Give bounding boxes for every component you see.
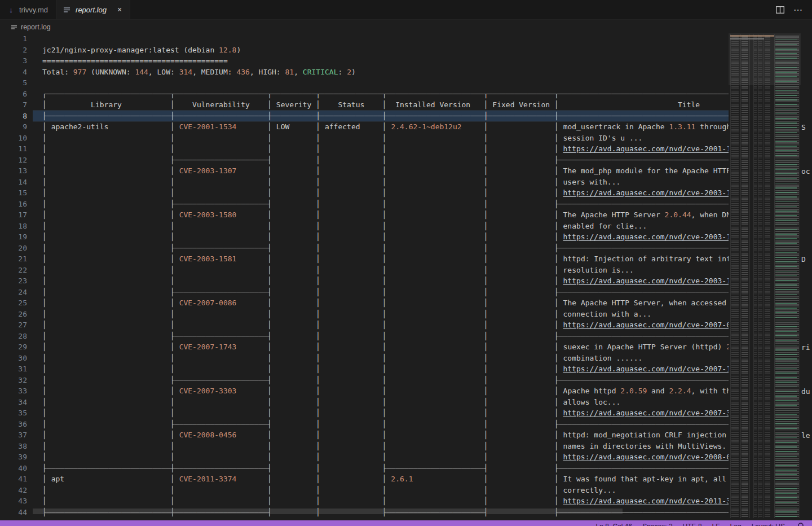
line-number[interactable]: 26 [0, 309, 27, 320]
minimap[interactable] [729, 33, 801, 519]
code-line[interactable]: │ │ CVE-2008-0456 │ │ │ │ │ httpd: mod_n… [42, 429, 729, 441]
code-line[interactable]: │ ├─────────────────────┤ │ │ │ ├───────… [42, 331, 729, 342]
line-number[interactable]: 23 [0, 275, 27, 287]
line-number[interactable]: 13 [0, 165, 27, 177]
tab-report-log[interactable]: report.log × [56, 0, 130, 19]
line-number[interactable]: 40 [0, 463, 27, 474]
code-line[interactable]: │ │ CVE-2003-1307 │ │ │ │ │ The mod_php … [42, 165, 729, 177]
close-tab-button[interactable]: × [117, 6, 122, 14]
code-line[interactable]: │ │ │ │ │ │ │ resolution is... │ [42, 265, 729, 276]
code-line[interactable]: │ │ │ │ │ │ │ https://avd.aquasec.com/nv… [42, 363, 729, 375]
status-item[interactable]: Layout: US [752, 523, 785, 526]
line-number[interactable]: 8 [0, 111, 27, 122]
code-line[interactable]: │ │ │ │ │ │ │ connection with a... │ [42, 309, 729, 320]
status-item[interactable]: LF [712, 523, 720, 526]
code-line[interactable]: │ ├─────────────────────┤ │ │ │ ├───────… [42, 419, 729, 430]
code-line[interactable]: │ │ CVE-2003-1580 │ │ │ │ │ The Apache H… [42, 209, 729, 221]
editor-content[interactable]: jc21/nginx-proxy-manager:latest (debian … [42, 33, 729, 518]
line-number[interactable]: 35 [0, 407, 27, 419]
line-number[interactable]: 5 [0, 77, 27, 89]
code-line[interactable] [42, 77, 729, 89]
status-item[interactable]: Ln 8, Col 46 [595, 523, 632, 526]
line-number[interactable]: 24 [0, 287, 27, 298]
code-line[interactable]: Total: 977 (UNKNOWN: 144, LOW: 314, MEDI… [42, 67, 729, 78]
code-line[interactable]: │ │ │ │ │ │ │ https://avd.aquasec.com/nv… [42, 452, 729, 463]
code-line[interactable]: ┌────────────────────────────┬──────────… [42, 89, 729, 100]
line-number[interactable]: 41 [0, 474, 27, 485]
code-line[interactable]: │ │ │ │ │ │ │ session ID's u ... │ [42, 133, 729, 144]
line-number[interactable]: 17 [0, 209, 27, 221]
line-number[interactable]: 20 [0, 243, 27, 254]
code-line[interactable]: │ apt │ CVE-2011-3374 │ │ │ 2.6.1 │ │ It… [42, 474, 729, 485]
code-line[interactable]: │ │ │ │ │ │ │ https://avd.aquasec.com/nv… [42, 143, 729, 155]
line-number[interactable]: 6 [0, 89, 27, 100]
line-number[interactable]: 2 [0, 45, 27, 56]
code-line[interactable]: │ │ CVE-2007-0086 │ │ │ │ │ The Apache H… [42, 297, 729, 309]
code-line[interactable]: │ │ CVE-2003-1581 │ │ │ │ │ httpd: Injec… [42, 253, 729, 265]
line-number[interactable]: 16 [0, 199, 27, 210]
code-line[interactable]: │ │ CVE-2007-3303 │ │ │ │ │ Apache httpd… [42, 385, 729, 397]
line-number[interactable]: 28 [0, 331, 27, 342]
code-line[interactable]: │ ├─────────────────────┤ │ │ │ ├───────… [42, 287, 729, 298]
line-number[interactable]: 1 [0, 33, 27, 45]
line-number[interactable]: 29 [0, 341, 27, 353]
code-line[interactable]: │ │ │ │ │ │ │ combination ...... │ [42, 353, 729, 364]
code-line[interactable]: jc21/nginx-proxy-manager:latest (debian … [42, 45, 729, 56]
code-line[interactable]: │ │ │ │ │ │ │ https://avd.aquasec.com/nv… [42, 496, 729, 507]
code-line[interactable]: │ Library │ Vulnerability │ Severity │ S… [42, 99, 729, 111]
line-number[interactable]: 7 [0, 99, 27, 111]
line-number[interactable]: 37 [0, 429, 27, 441]
line-number[interactable]: 3 [0, 55, 27, 67]
code-line[interactable]: │ ├─────────────────────┤ │ │ │ ├───────… [42, 155, 729, 166]
line-number[interactable]: 44 [0, 507, 27, 518]
code-line[interactable]: │ │ │ │ │ │ │ https://avd.aquasec.com/nv… [42, 407, 729, 419]
line-number[interactable]: 10 [0, 133, 27, 144]
line-number[interactable]: 36 [0, 419, 27, 430]
code-line[interactable]: │ │ │ │ │ │ │ users with... │ [42, 177, 729, 188]
line-number[interactable]: 9 [0, 121, 27, 133]
code-line[interactable]: │ │ │ │ │ │ │ https://avd.aquasec.com/nv… [42, 275, 729, 287]
code-line[interactable] [42, 33, 729, 45]
code-line[interactable]: │ ├─────────────────────┤ │ │ │ ├───────… [42, 199, 729, 210]
code-line[interactable]: ├────────────────────────────┼──────────… [42, 111, 729, 122]
code-line[interactable]: │ │ │ │ │ │ │ allows loc... │ [42, 397, 729, 408]
line-number[interactable]: 22 [0, 265, 27, 276]
code-line[interactable]: │ │ │ │ │ │ │ names in directories with … [42, 441, 729, 452]
search-icon[interactable] [797, 522, 805, 526]
line-number[interactable]: 19 [0, 231, 27, 243]
line-number[interactable]: 11 [0, 143, 27, 155]
line-number[interactable]: 38 [0, 441, 27, 452]
code-line[interactable]: │ ├─────────────────────┤ │ │ │ ├───────… [42, 375, 729, 386]
line-number[interactable]: 31 [0, 363, 27, 375]
line-number[interactable]: 14 [0, 177, 27, 188]
line-number[interactable]: 30 [0, 353, 27, 364]
line-number[interactable]: 32 [0, 375, 27, 386]
code-line[interactable]: │ │ CVE-2007-1743 │ │ │ │ │ suexec in Ap… [42, 341, 729, 353]
horizontal-scrollbar-thumb[interactable] [33, 509, 623, 514]
breadcrumb[interactable]: report.log [0, 20, 51, 33]
line-number[interactable]: 12 [0, 155, 27, 166]
line-number[interactable]: 34 [0, 397, 27, 408]
status-item[interactable]: Log [730, 523, 742, 526]
line-number[interactable]: 15 [0, 187, 27, 199]
status-item[interactable]: UTF-8 [683, 523, 702, 526]
status-item[interactable]: Spaces: 2 [642, 523, 672, 526]
line-number[interactable]: 25 [0, 297, 27, 309]
line-number[interactable]: 21 [0, 253, 27, 265]
code-line[interactable]: │ │ │ │ │ │ │ enabled for clie... │ [42, 221, 729, 232]
line-number[interactable]: 27 [0, 319, 27, 331]
code-line[interactable]: │ │ │ │ │ │ │ correctly... │ [42, 485, 729, 496]
line-number[interactable]: 39 [0, 452, 27, 463]
line-number[interactable]: 33 [0, 385, 27, 397]
line-number[interactable]: 43 [0, 496, 27, 507]
line-number[interactable]: 42 [0, 485, 27, 496]
code-line[interactable]: │ │ │ │ │ │ │ https://avd.aquasec.com/nv… [42, 319, 729, 331]
code-line[interactable]: │ ├─────────────────────┤ │ │ │ ├───────… [42, 243, 729, 254]
code-line[interactable]: │ │ │ │ │ │ │ https://avd.aquasec.com/nv… [42, 187, 729, 199]
code-line[interactable]: │ apache2-utils │ CVE-2001-1534 │ LOW │ … [42, 121, 729, 133]
code-line[interactable]: ========================================… [42, 55, 729, 67]
line-number[interactable]: 18 [0, 221, 27, 232]
split-editor-button[interactable] [776, 6, 784, 14]
line-number[interactable]: 4 [0, 67, 27, 78]
code-line[interactable]: │ │ │ │ │ │ │ https://avd.aquasec.com/nv… [42, 231, 729, 243]
